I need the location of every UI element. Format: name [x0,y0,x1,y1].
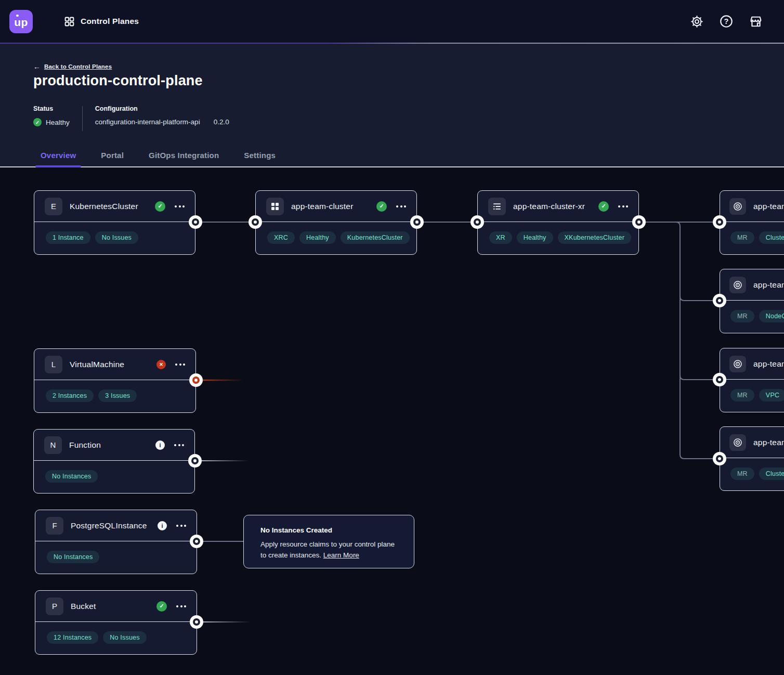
kind-letter-badge: E [45,198,62,215]
target-icon [729,198,746,215]
app-title-group[interactable]: Control Planes [64,16,139,27]
kind-badge-pill: Cluster [759,231,784,244]
kind-letter-badge: L [45,356,62,373]
node-name: app-team-c [753,280,784,290]
node-app-team-cluster[interactable]: app-team-cluster ✓ XRC Healthy Kubernete… [255,190,417,255]
node-managed-resource-4[interactable]: app-team-c MR ClusterA [720,426,784,491]
node-menu-button[interactable] [618,205,628,207]
help-icon[interactable]: ? [719,14,734,29]
health-badge: Healthy [517,231,553,244]
connection-port [190,615,203,629]
connection-port [632,215,646,229]
node-name: KubernetesCluster [70,202,138,211]
resource-graph-canvas[interactable]: E KubernetesCluster ✓ 1 Instance No Issu… [0,167,784,675]
marketplace-storefront-icon[interactable] [749,14,763,29]
error-x-icon: ✕ [156,360,166,369]
back-link[interactable]: ← Back to Control Planes [33,62,112,71]
kind-badge-pill: VPC [759,389,784,401]
node-app-team-cluster-xr[interactable]: app-team-cluster-xr ✓ XR Healthy XKubern… [477,190,639,255]
node-managed-resource-2[interactable]: app-team-c MR NodeGr [720,269,784,333]
node-managed-resource-3[interactable]: app-team-c MR VPC [720,348,784,412]
instance-count-badge: 12 Instances [47,631,98,644]
node-function[interactable]: N Function i No Instances [33,429,195,494]
back-arrow-icon: ← [33,62,41,71]
node-name: Function [69,440,101,450]
issues-badge: No Issues [95,231,138,244]
node-name: VirtualMachine [70,360,124,369]
node-menu-button[interactable] [176,605,186,607]
tab-settings[interactable]: Settings [239,144,281,166]
edge-trunk [676,222,680,455]
healthy-check-icon: ✓ [33,118,42,126]
info-icon: i [158,521,167,530]
healthy-check-icon: ✓ [598,201,609,212]
healthy-check-icon: ✓ [155,201,165,212]
page-title: production-control-plane [33,73,203,89]
node-menu-button[interactable] [175,205,185,207]
node-name: app-team-c [753,202,784,211]
node-menu-button[interactable] [174,444,184,446]
configuration-block: Configuration configuration-internal-pla… [95,105,229,131]
mr-badge: MR [730,310,754,322]
node-kubernetescluster[interactable]: E KubernetesCluster ✓ 1 Instance No Issu… [34,190,195,255]
connection-port [189,215,202,229]
status-value: Healthy [46,119,70,126]
svg-text:?: ? [724,17,729,25]
connection-port [713,215,726,229]
upbound-logo[interactable]: up [9,10,33,33]
kind-letter-badge: P [46,598,63,615]
mr-badge: MR [730,389,754,401]
node-menu-button[interactable] [176,525,186,527]
tab-gitops-integration[interactable]: GitOps Integration [143,144,224,166]
node-managed-resource-1[interactable]: app-team-c MR Cluster [720,190,784,255]
status-block: Status ✓ Healthy [33,105,70,131]
kind-letter-badge: N [44,436,62,454]
health-badge: Healthy [299,231,336,244]
instance-count-badge: 2 Instances [46,390,94,402]
tooltip-title: No Instances Created [260,526,399,534]
node-menu-button[interactable] [175,364,185,366]
tab-portal[interactable]: Portal [96,144,129,166]
page-header: ← Back to Control Planes production-cont… [0,44,784,167]
target-icon [729,277,746,293]
connection-port [190,535,203,548]
tab-bar: Overview Portal GitOps Integration Setti… [35,144,281,166]
resource-type-badge: XRC [267,231,295,244]
node-name: app-team-cluster-xr [513,202,585,211]
configuration-name: configuration-internal-platform-api [95,118,200,126]
node-name: Bucket [71,602,96,611]
connection-port-error [189,373,203,387]
target-icon [729,434,746,451]
tab-overview[interactable]: Overview [35,144,81,166]
kind-badge-pill: ClusterA [759,468,784,480]
connection-port [410,215,424,229]
top-navbar: up Control Planes ? [0,0,784,43]
no-instances-tooltip: No Instances Created Apply resource clai… [243,515,414,568]
connection-port [188,454,202,468]
no-instances-badge: No Instances [47,551,99,563]
node-virtualmachine[interactable]: L VirtualMachine ✕ 2 Instances 3 Issues [34,348,196,413]
kind-badge-pill: XKubernetesCluster [558,231,631,244]
info-icon: i [155,440,165,450]
node-postgresqlinstance[interactable]: F PostgreSQLInstance i No Instances [35,510,197,574]
kind-badge-pill: KubernetesCluster [341,231,410,244]
healthy-check-icon: ✓ [376,201,387,212]
issues-badge: No Issues [103,631,146,644]
node-name: app-team-c [753,438,784,447]
node-menu-button[interactable] [396,205,406,207]
connection-port [249,215,262,229]
app-title: Control Planes [81,17,139,26]
connection-port [713,373,726,386]
target-icon [729,356,746,372]
meta-divider [82,106,83,131]
mr-badge: MR [730,231,754,244]
node-name: PostgreSQLInstance [71,521,147,530]
settings-gear-icon[interactable] [689,14,704,29]
mr-badge: MR [730,468,754,480]
node-bucket[interactable]: P Bucket ✓ 12 Instances No Issues [35,590,197,655]
learn-more-link[interactable]: Learn More [323,551,359,559]
logo-dot [16,15,19,17]
kind-badge-pill: NodeGr [759,310,784,322]
configuration-label: Configuration [95,105,229,112]
no-instances-badge: No Instances [45,470,98,483]
